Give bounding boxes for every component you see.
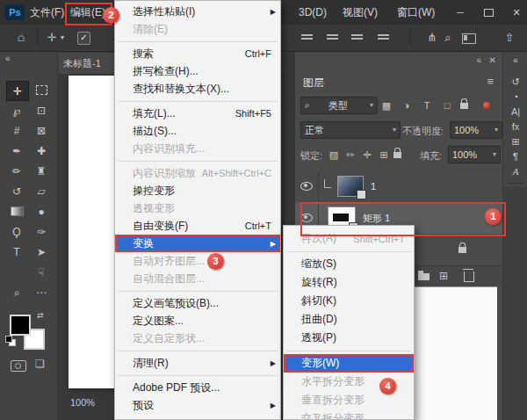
menu-item[interactable]: 透视变形 <box>115 199 280 217</box>
screen-mode-icon[interactable]: ❏ <box>35 358 45 370</box>
zoom-tool[interactable]: ⌕ <box>6 283 27 301</box>
quick-mask-icon[interactable] <box>11 360 26 372</box>
pen-tool[interactable]: ✑ <box>31 222 52 241</box>
adjustment-layer-filter-icon[interactable]: ◑ <box>400 97 414 114</box>
lock-position-icon[interactable]: ✛ <box>360 146 374 163</box>
auto-select-checkbox[interactable]: ✓ <box>77 32 90 45</box>
shape-layer-filter-icon[interactable]: □ <box>440 97 454 114</box>
paragraph-panel-icon[interactable]: ¶ <box>503 150 527 163</box>
menu-view[interactable]: 视图(V) <box>343 0 378 25</box>
move-tool[interactable]: ✛ <box>6 81 29 101</box>
home-icon[interactable]: ⌂ <box>12 25 30 50</box>
collapse-panel-icon[interactable]: « <box>476 55 481 65</box>
distribute-icon[interactable] <box>378 34 389 41</box>
menu-item[interactable]: 填充(L)...Shift+F5 <box>115 105 280 122</box>
panel-menu-icon[interactable]: ≡ <box>487 75 494 88</box>
history-panel-icon[interactable]: ↺ <box>503 76 527 88</box>
info-panel-icon[interactable]: ⊞ <box>503 135 527 148</box>
collapse-toolbar-icon[interactable]: « <box>5 54 11 63</box>
menu-item[interactable]: 操控变形 <box>115 182 280 199</box>
foreground-color-swatch[interactable] <box>10 315 31 336</box>
eraser-tool[interactable]: ▱ <box>31 182 52 200</box>
menu-item[interactable]: 再次(A)Shift+Ctrl+T <box>284 229 414 248</box>
clone-stamp-tool[interactable]: ♜ <box>31 162 52 180</box>
chevron-down-icon[interactable]: ▾ <box>58 25 67 50</box>
marquee-tool[interactable] <box>31 81 52 99</box>
filter-toggle-light[interactable] <box>483 102 490 109</box>
menu-item[interactable]: 定义画笔预设(B)... <box>115 294 280 312</box>
character-panel-icon[interactable]: A| <box>503 105 527 118</box>
menu-item[interactable]: 旋转(R) <box>284 273 414 292</box>
new-group-icon[interactable] <box>418 273 430 280</box>
workspace-icon[interactable] <box>462 33 476 44</box>
menu-item[interactable]: 交叉拆分变形 <box>284 409 414 420</box>
more-tools[interactable]: ⋯ <box>31 283 52 301</box>
menu-3d[interactable]: 3D(D) <box>299 0 327 25</box>
smart-object-filter-icon[interactable] <box>460 103 468 109</box>
menu-item[interactable]: Adobe PDF 预设... <box>115 379 280 396</box>
new-layer-icon[interactable]: ⊞ <box>439 266 448 286</box>
path-select-tool[interactable]: ➤ <box>31 243 52 261</box>
hand-tool[interactable]: ☟ <box>31 263 52 281</box>
collapse-dock-icon[interactable]: « <box>503 54 527 67</box>
crop-tool[interactable]: # <box>6 121 27 140</box>
align-right-icon[interactable] <box>351 34 363 41</box>
swap-colors-icon[interactable]: ⇄ <box>37 311 44 320</box>
type-tool[interactable]: T <box>6 243 27 261</box>
blur-tool[interactable]: ● <box>31 202 52 221</box>
blend-mode-dropdown[interactable]: 正常▾ <box>300 121 401 139</box>
dodge-tool[interactable]: Ϙ <box>6 222 27 241</box>
menu-item[interactable]: 自由变换(F)Ctrl+T <box>115 217 280 235</box>
document-tab[interactable]: 未标题-1 <box>58 53 119 74</box>
zoom-level-indicator[interactable]: 100% <box>70 397 95 408</box>
eyedropper-tool[interactable]: ✒ <box>6 141 27 160</box>
visibility-eye-icon[interactable] <box>300 182 313 191</box>
brush-tool[interactable]: ✏ <box>6 162 27 180</box>
3d-mode-icon[interactable]: ⋔ <box>425 25 439 50</box>
menu-item[interactable]: 变形(W) <box>284 354 414 373</box>
align-center-icon[interactable] <box>327 34 338 41</box>
type-layer-filter-icon[interactable]: T <box>420 97 434 114</box>
lock-all-icon[interactable] <box>393 152 401 158</box>
frame-tool[interactable]: ⊠ <box>31 121 52 140</box>
lock-transparency-icon[interactable]: ▨ <box>327 146 341 163</box>
object-selection-tool[interactable]: ⊡ <box>31 101 52 119</box>
default-colors-icon[interactable] <box>5 336 14 344</box>
history-brush-tool[interactable]: ↺ <box>6 182 27 200</box>
menu-item[interactable]: 扭曲(D) <box>284 310 414 329</box>
menu-item[interactable]: 内容识别填充... <box>115 140 280 157</box>
menu-item[interactable]: 清除(E) <box>115 20 280 38</box>
menu-item[interactable]: 定义图案... <box>115 312 280 329</box>
share-icon[interactable]: ⇧ <box>502 25 516 50</box>
menu-item[interactable]: 预设▶ <box>115 396 280 414</box>
menu-item[interactable]: 拼写检查(H)... <box>115 62 280 80</box>
lock-pixels-icon[interactable]: ✏ <box>343 146 357 163</box>
menu-window[interactable]: 窗口(W) <box>397 0 435 25</box>
visibility-eye-icon[interactable] <box>300 214 313 222</box>
menu-item[interactable]: 斜切(K) <box>284 292 414 310</box>
lock-artboard-icon[interactable]: ⊞ <box>377 146 391 163</box>
menu-edit[interactable]: 编辑(E) <box>70 0 105 25</box>
menu-item[interactable]: 缩放(S) <box>284 255 414 273</box>
menu-item[interactable]: 自动对齐图层... <box>115 252 280 270</box>
pixel-layer-filter-icon[interactable]: ▦ <box>379 97 393 114</box>
menu-item[interactable]: 描边(S)... <box>115 122 280 140</box>
fill-field[interactable]: 100%▾ <box>448 146 501 163</box>
layer-thumbnail[interactable] <box>337 176 364 197</box>
align-left-icon[interactable] <box>301 34 313 41</box>
opacity-field[interactable]: 100%▾ <box>450 121 502 139</box>
lasso-tool[interactable]: ℘ <box>6 101 27 119</box>
styles-panel-icon[interactable]: fx <box>503 120 527 133</box>
minimize-button[interactable]: ─ <box>451 0 469 25</box>
menu-item[interactable]: 清理(R)▶ <box>115 354 280 372</box>
gradient-tool[interactable] <box>6 202 27 221</box>
menu-item[interactable]: 定义自定形状... <box>115 329 280 347</box>
maximize-button[interactable] <box>484 9 494 17</box>
layer-filter-dropdown[interactable]: ⌕ 类型▾ <box>300 97 378 114</box>
layer-row[interactable]: 1 <box>295 170 502 202</box>
glyphs-panel-icon[interactable]: A <box>503 165 527 177</box>
menu-item[interactable]: 垂直拆分变形 <box>284 391 414 409</box>
close-panel-icon[interactable]: ✕ <box>489 55 496 65</box>
menu-item[interactable]: 变换▶ <box>115 235 280 252</box>
tab-layers[interactable]: 图层 <box>303 76 324 91</box>
